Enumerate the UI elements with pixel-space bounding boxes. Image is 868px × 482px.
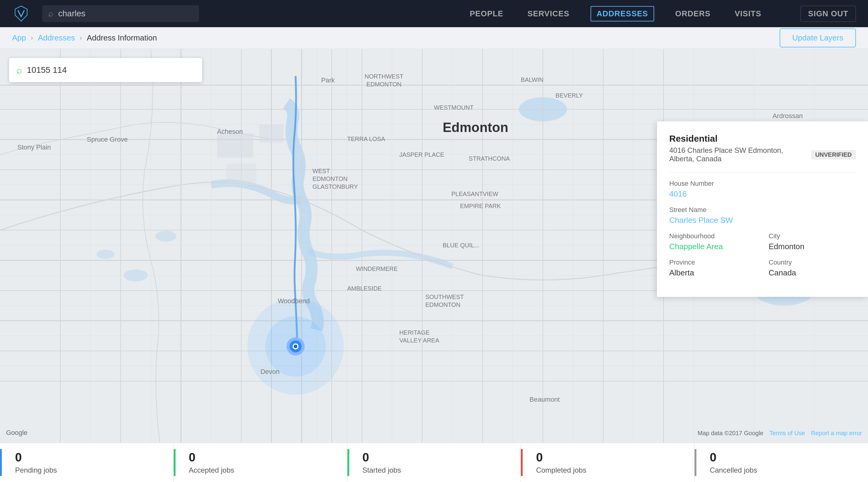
svg-rect-56 <box>259 124 283 143</box>
house-number-field: House Number 4016 <box>669 180 856 199</box>
map-label-windermere: WINDERMERE <box>356 265 398 273</box>
house-number-label: House Number <box>669 180 856 188</box>
map-search-icon: ⌕ <box>16 65 22 76</box>
google-attribution: Google <box>6 429 27 437</box>
card-full-address: 4016 Charles Place SW Edmonton, Alberta,… <box>669 146 806 163</box>
card-divider-1 <box>669 172 856 172</box>
map-label-ardrossan: Ardrossan <box>772 112 803 120</box>
neighbourhood-value: Chappelle Area <box>669 242 757 251</box>
province-value: Alberta <box>669 268 757 278</box>
cancelled-count: 0 <box>710 451 853 464</box>
neighbourhood-label: Neighbourhood <box>669 232 757 240</box>
map-label-devon: Devon <box>260 368 280 376</box>
completed-accent <box>521 449 523 476</box>
street-name-label: Street Name <box>669 206 856 214</box>
city-value: Edmonton <box>769 242 856 251</box>
map-label-balwin: BALWIN <box>521 77 544 83</box>
map-label-edmonton: Edmonton <box>443 120 508 135</box>
country-label: Country <box>769 258 856 266</box>
map-label-jasper-place: JASPER PLACE <box>399 151 444 158</box>
svg-point-6 <box>96 250 115 259</box>
map-label-blue-quil: BLUE QUIL... <box>443 242 479 249</box>
started-count: 0 <box>363 451 506 464</box>
country-value: Canada <box>769 268 856 278</box>
nav-links: PEOPLE SERVICES ADDRESSES ORDERS VISITS … <box>467 6 856 22</box>
map-label-west-edmonton: WESTEDMONTONGLASTONBURY <box>312 167 358 191</box>
started-label: Started jobs <box>363 466 506 475</box>
card-address: 4016 Charles Place SW Edmonton, Alberta,… <box>669 146 856 163</box>
street-name-field: Street Name Charles Place SW <box>669 206 856 225</box>
card-row-province-country: Province Alberta Country Canada <box>669 258 856 285</box>
started-accent <box>347 449 349 476</box>
status-completed: 0 Completed jobs <box>521 443 694 482</box>
terms-of-use[interactable]: Terms of Use <box>769 430 805 437</box>
map-label-sw-edmonton: SOUTHWESTEDMONTON <box>425 293 464 309</box>
global-search-bar[interactable]: ⌕ <box>42 5 199 22</box>
map-label-ambleside: AMBLESIDE <box>347 285 381 292</box>
breadcrumb-bar: App › Addresses › Address Information Up… <box>0 27 868 49</box>
svg-point-64 <box>294 345 298 348</box>
map-label-terra-losa: TERRA LOSA <box>347 136 385 143</box>
map-label-spruce-grove: Spruce Grove <box>87 136 128 143</box>
svg-rect-57 <box>226 164 256 185</box>
breadcrumb-sep-1: › <box>31 34 33 42</box>
map-label-heritage-valley: HERITAGEVALLEY AREA <box>399 329 439 344</box>
street-name-value: Charles Place SW <box>669 216 856 225</box>
card-row-neighbourhood-city: Neighbourhood Chappelle Area City Edmont… <box>669 232 856 258</box>
province-field: Province Alberta <box>669 258 757 278</box>
map-area: Park NORTHWESTEDMONTON BALWIN BEVERLY Ac… <box>0 49 868 443</box>
map-label-nw-edmonton: NORTHWESTEDMONTON <box>365 73 404 88</box>
nav-people[interactable]: PEOPLE <box>467 6 506 22</box>
svg-rect-55 <box>217 134 253 158</box>
map-search-box[interactable]: ⌕ 10155 114 <box>9 58 202 82</box>
province-label: Province <box>669 258 757 266</box>
nav-services[interactable]: SERVICES <box>525 6 572 22</box>
map-label-beverly: BEVERLY <box>556 92 583 99</box>
svg-point-7 <box>155 231 177 242</box>
status-cancelled: 0 Cancelled jobs <box>694 443 868 482</box>
map-label-westmount: WESTMOUNT <box>434 104 473 111</box>
city-label: City <box>769 232 856 240</box>
map-label-stony-plain: Stony Plain <box>18 143 51 151</box>
country-field: Country Canada <box>769 258 856 278</box>
nav-addresses[interactable]: ADDRESSES <box>591 6 654 22</box>
pending-count: 0 <box>15 451 158 464</box>
breadcrumb-addresses[interactable]: Addresses <box>38 33 75 42</box>
status-pending: 0 Pending jobs <box>0 443 174 482</box>
status-bar: 0 Pending jobs 0 Accepted jobs 0 Started… <box>0 443 868 482</box>
city-field: City Edmonton <box>769 232 856 251</box>
pending-accent <box>0 449 2 476</box>
accepted-count: 0 <box>189 451 332 464</box>
logo[interactable] <box>12 4 30 23</box>
map-search-text: 10155 114 <box>27 65 67 75</box>
map-label-beaumont: Beaumont <box>530 396 560 403</box>
map-label-strathcona: STRATHCONA <box>469 155 510 162</box>
top-navigation: ⌕ PEOPLE SERVICES ADDRESSES ORDERS VISIT… <box>0 0 868 27</box>
completed-count: 0 <box>536 451 679 464</box>
breadcrumb-app[interactable]: App <box>12 33 26 42</box>
status-accepted: 0 Accepted jobs <box>174 443 347 482</box>
report-map-error[interactable]: Report a map error <box>811 430 862 437</box>
address-info-card: Residential 4016 Charles Place SW Edmont… <box>657 121 868 297</box>
map-label-acheson: Acheson <box>217 128 243 136</box>
completed-label: Completed jobs <box>536 466 679 475</box>
update-layers-button[interactable]: Update Layers <box>780 28 856 48</box>
map-label-pleasantview: PLEASANTVIEW <box>452 191 499 198</box>
map-label-empire-park: EMPIRE PARK <box>460 203 501 209</box>
global-search-input[interactable] <box>58 9 193 19</box>
accepted-label: Accepted jobs <box>189 466 332 475</box>
sign-out-button[interactable]: SIGN OUT <box>801 6 856 22</box>
map-label-park: Park <box>321 77 335 84</box>
status-started: 0 Started jobs <box>347 443 521 482</box>
map-attribution: Map data ©2017 Google Terms of Use Repor… <box>698 430 862 437</box>
breadcrumb-current: Address Information <box>87 33 157 42</box>
breadcrumb-sep-2: › <box>80 34 82 42</box>
nav-orders[interactable]: ORDERS <box>672 6 714 22</box>
card-type: Residential <box>669 134 856 144</box>
map-data-text: Map data ©2017 Google <box>698 430 763 437</box>
search-icon: ⌕ <box>48 9 53 19</box>
breadcrumb: App › Addresses › Address Information <box>12 33 157 42</box>
nav-visits[interactable]: VISITS <box>732 6 764 22</box>
neighbourhood-field: Neighbourhood Chappelle Area <box>669 232 757 251</box>
cancelled-label: Cancelled jobs <box>710 466 853 475</box>
